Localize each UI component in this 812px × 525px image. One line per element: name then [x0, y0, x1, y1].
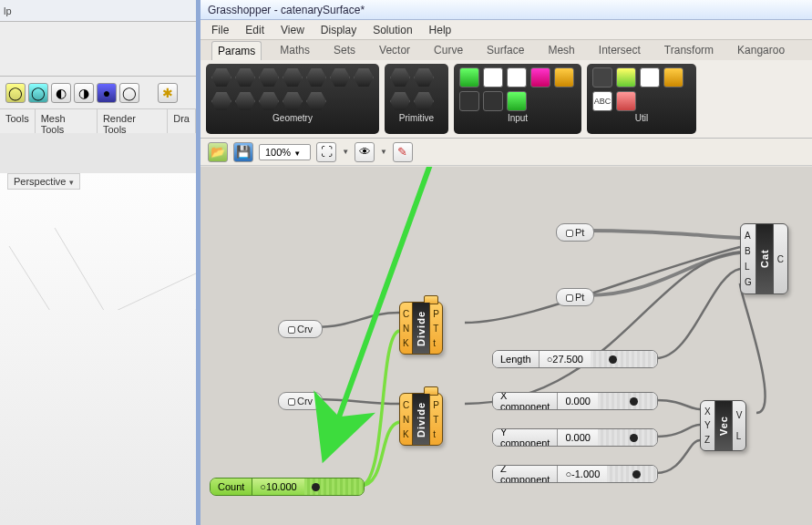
param-point-1[interactable]: Pt: [556, 223, 594, 242]
slider-xcomponent[interactable]: X component 0.000: [492, 392, 658, 410]
param-icon[interactable]: [259, 67, 279, 88]
param-curve-2[interactable]: Crv: [278, 392, 323, 410]
tab-maths[interactable]: Maths: [274, 41, 315, 59]
rhino-toolbar-icons: ◯ ◯ ◐ ◑ ● ◯ ✱: [0, 77, 196, 109]
svg-line-11: [337, 167, 456, 422]
tab-params[interactable]: Params: [211, 41, 262, 60]
sketch-icon[interactable]: ✎: [393, 142, 413, 162]
param-icon[interactable]: [211, 67, 231, 88]
param-icon[interactable]: [616, 67, 636, 88]
param-icon[interactable]: [640, 67, 660, 88]
tab-curve[interactable]: Curve: [428, 41, 468, 59]
component-vector-xyz[interactable]: XYZ Vec VL: [700, 400, 746, 451]
rhino-title-fragment: lp: [0, 0, 196, 22]
param-curve-1[interactable]: Crv: [278, 320, 323, 338]
component-divide-2[interactable]: CNK Divide PTt: [399, 393, 443, 446]
gh-category-tabs: Params Maths Sets Vector Curve Surface M…: [200, 40, 812, 60]
gh-canvas[interactable]: Pt Pt Crv Crv CNK Divide PTt CNK Divide …: [200, 167, 812, 525]
menu-view[interactable]: View: [281, 24, 304, 36]
slider-zcomponent[interactable]: Z component ○ -1.000: [492, 465, 658, 483]
rhino-icon[interactable]: ◯: [5, 83, 26, 103]
rhino-tab[interactable]: Tools: [0, 109, 36, 133]
menu-help[interactable]: Help: [429, 24, 452, 36]
tab-transform[interactable]: Transform: [659, 41, 719, 59]
param-icon[interactable]: [507, 91, 527, 111]
tab-sets[interactable]: Sets: [328, 41, 361, 59]
tab-mesh[interactable]: Mesh: [542, 41, 580, 59]
slider-length[interactable]: Length ○ 27.500: [492, 350, 658, 368]
menu-file[interactable]: File: [211, 24, 229, 36]
preview-icon[interactable]: 👁: [355, 142, 375, 162]
param-icon[interactable]: [390, 91, 410, 111]
tab-surface[interactable]: Surface: [481, 41, 529, 59]
param-icon[interactable]: [235, 91, 255, 111]
param-icon[interactable]: [483, 91, 503, 111]
rhino-tab[interactable]: Mesh Tools: [36, 109, 98, 133]
zoom-extents-icon[interactable]: ⛶: [316, 142, 336, 162]
tab-intersect[interactable]: Intersect: [593, 41, 646, 59]
tab-vector[interactable]: Vector: [374, 41, 416, 59]
ribbon-group-input: Input: [454, 64, 581, 134]
component-catenary[interactable]: ABLG Cat C: [740, 223, 788, 294]
panel-icon[interactable]: [483, 67, 503, 88]
param-icon[interactable]: [283, 67, 303, 88]
param-icon[interactable]: [259, 91, 279, 111]
rhino-icon[interactable]: ●: [97, 83, 117, 103]
param-icon[interactable]: [306, 91, 326, 111]
svg-line-4: [9, 246, 182, 310]
param-icon[interactable]: [354, 67, 374, 88]
rhino-icon[interactable]: ◐: [51, 83, 71, 103]
menu-edit[interactable]: Edit: [245, 24, 264, 36]
panel-icon[interactable]: [507, 67, 527, 88]
rhino-icon[interactable]: ◑: [74, 83, 94, 103]
param-icon[interactable]: [459, 91, 479, 111]
slider-ycomponent[interactable]: Y component 0.000: [492, 428, 658, 447]
svg-line-5: [55, 228, 196, 310]
param-icon[interactable]: [616, 91, 636, 111]
rhino-background: lp ◯ ◯ ◐ ◑ ● ◯ ✱ Tools Mesh Tools Render…: [0, 0, 196, 525]
grasshopper-window: Grasshopper - catenarySurface* File Edit…: [196, 0, 812, 525]
param-icon[interactable]: [554, 67, 574, 88]
slider-count[interactable]: Count ○ 10.000: [210, 478, 365, 496]
rhino-viewport[interactable]: Perspective ✕ ✕: [0, 173, 196, 525]
ribbon-group-util: ABC Util: [587, 64, 696, 134]
param-icon[interactable]: [211, 91, 231, 111]
menu-solution[interactable]: Solution: [373, 24, 412, 36]
param-icon[interactable]: [592, 67, 612, 88]
save-icon[interactable]: 💾: [233, 142, 253, 162]
rhino-icon[interactable]: ◯: [28, 83, 48, 103]
gh-window-title: Grasshopper - catenarySurface*: [200, 0, 812, 20]
gh-ribbon: Geometry Primitive Input: [200, 60, 812, 139]
gh-menu-bar: File Edit View Display Solution Help: [200, 20, 812, 40]
param-icon[interactable]: [414, 91, 434, 111]
rhino-tab[interactable]: Dra: [168, 109, 196, 133]
param-icon[interactable]: [390, 67, 410, 88]
zoom-level[interactable]: 100% ▼: [259, 144, 311, 160]
param-icon[interactable]: [330, 67, 350, 88]
rhino-gear-icon[interactable]: ✱: [158, 83, 178, 103]
open-icon[interactable]: 📂: [208, 142, 228, 162]
ribbon-label: Input: [459, 111, 576, 123]
param-icon[interactable]: [306, 67, 326, 88]
ribbon-label: Primitive: [390, 111, 443, 123]
param-point-2[interactable]: Pt: [556, 288, 594, 306]
ribbon-label: Geometry: [211, 111, 374, 123]
component-divide-1[interactable]: CNK Divide PTt: [399, 302, 443, 355]
ribbon-label: Util: [592, 111, 691, 123]
rhino-tool-tabs: Tools Mesh Tools Render Tools Dra: [0, 109, 196, 133]
param-icon[interactable]: [414, 67, 434, 88]
gradient-icon[interactable]: [530, 67, 550, 88]
rhino-tab[interactable]: Render Tools: [98, 109, 168, 133]
ribbon-group-geometry: Geometry: [206, 64, 379, 134]
param-icon[interactable]: [663, 67, 684, 88]
rhino-toolbar-top: [0, 22, 196, 77]
menu-display[interactable]: Display: [321, 24, 356, 36]
tab-kangaroo[interactable]: Kangaroo: [732, 41, 790, 59]
slider-icon[interactable]: [459, 67, 479, 88]
param-icon[interactable]: [283, 91, 303, 111]
param-icon[interactable]: [235, 67, 255, 88]
ribbon-group-primitive: Primitive: [385, 64, 448, 134]
gh-file-toolbar: 📂 💾 100% ▼ ⛶ ▼ 👁 ▼ ✎: [200, 139, 812, 166]
param-icon[interactable]: ABC: [592, 91, 612, 111]
rhino-icon[interactable]: ◯: [119, 83, 139, 103]
